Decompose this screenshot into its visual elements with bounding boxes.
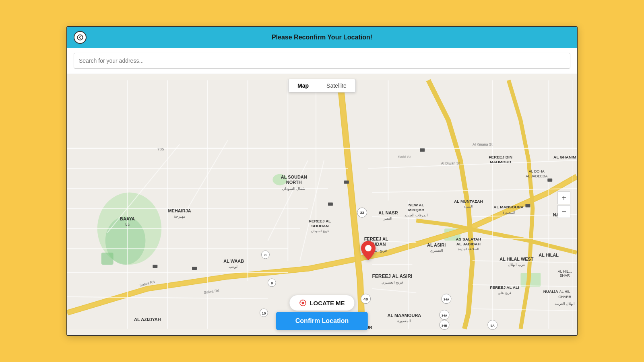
svg-text:AL NASR: AL NASR bbox=[378, 210, 398, 215]
svg-text:AL MAAMOURA: AL MAAMOURA bbox=[387, 313, 421, 318]
svg-text:33: 33 bbox=[360, 211, 364, 215]
svg-text:AL AZIZIYAH: AL AZIZIYAH bbox=[134, 317, 161, 322]
svg-text:NORTH: NORTH bbox=[286, 180, 302, 185]
satellite-toggle-btn[interactable]: Satellite bbox=[318, 79, 355, 92]
svg-text:AL WAAB: AL WAAB bbox=[223, 259, 244, 263]
svg-text:المنصورة: المنصورة bbox=[503, 211, 515, 214]
svg-text:FEREEJ AL: FEREEJ AL bbox=[309, 219, 331, 223]
search-container bbox=[67, 48, 577, 74]
svg-text:الوعب: الوعب bbox=[229, 265, 239, 269]
confirm-location-button[interactable]: Confirm Location bbox=[276, 312, 368, 330]
svg-text:AL MUNTAZAH: AL MUNTAZAH bbox=[454, 199, 483, 204]
svg-text:AL HIL: AL HIL bbox=[559, 290, 570, 294]
svg-text:5A: 5A bbox=[491, 324, 495, 327]
svg-text:AL JADEEDA: AL JADEEDA bbox=[526, 174, 548, 178]
svg-text:AL MANSOURA: AL MANSOURA bbox=[493, 205, 523, 209]
svg-point-128 bbox=[365, 245, 372, 251]
zoom-out-button[interactable]: − bbox=[557, 205, 570, 218]
svg-text:NEW AL: NEW AL bbox=[409, 203, 424, 207]
svg-text:العسيري: العسيري bbox=[430, 249, 443, 253]
zoom-controls: + − bbox=[557, 191, 570, 218]
svg-text:Al Diwan St: Al Diwan St bbox=[441, 161, 460, 165]
svg-text:المعمورة: المعمورة bbox=[397, 319, 411, 323]
svg-text:Sadd St: Sadd St bbox=[398, 155, 411, 159]
map-view-toggle: Map Satellite bbox=[288, 79, 356, 93]
header-title: Please Reconfirm Your Location! bbox=[272, 34, 372, 41]
svg-text:فريح السودان: فريح السودان bbox=[311, 229, 329, 233]
svg-text:MIRQAB: MIRQAB bbox=[408, 208, 424, 212]
svg-text:10: 10 bbox=[262, 311, 266, 315]
svg-text:AL HIL...: AL HIL... bbox=[558, 269, 572, 274]
svg-rect-112 bbox=[328, 203, 333, 206]
svg-text:SHAR: SHAR bbox=[560, 274, 570, 278]
locate-me-button[interactable]: LOCATE ME bbox=[289, 295, 355, 311]
svg-text:MAHMOUD: MAHMOUD bbox=[490, 160, 511, 164]
confirm-location-container: Confirm Location bbox=[276, 312, 368, 330]
locate-icon bbox=[299, 299, 306, 306]
svg-text:FEREEJ AL ASIRI: FEREEJ AL ASIRI bbox=[372, 274, 413, 279]
svg-text:بايا: بايا bbox=[125, 222, 130, 226]
svg-text:AL JADIDAH: AL JADIDAH bbox=[456, 242, 481, 246]
svg-text:AL HILAL WEST: AL HILAL WEST bbox=[500, 257, 533, 261]
svg-text:المنتزه: المنتزه bbox=[464, 205, 473, 208]
svg-rect-113 bbox=[344, 181, 349, 184]
svg-text:785: 785 bbox=[157, 147, 164, 151]
svg-text:MEHAIRJA: MEHAIRJA bbox=[168, 208, 191, 213]
svg-rect-117 bbox=[547, 179, 552, 182]
zoom-in-button[interactable]: + bbox=[557, 191, 570, 204]
svg-point-0 bbox=[77, 35, 83, 40]
svg-point-130 bbox=[301, 302, 304, 304]
svg-text:AL SOUDAN: AL SOUDAN bbox=[281, 175, 307, 179]
svg-text:المرقاب الجديد: المرقاب الجديد bbox=[405, 213, 428, 218]
header: Please Reconfirm Your Location! bbox=[67, 27, 577, 48]
svg-text:Al Kinana St: Al Kinana St bbox=[473, 142, 493, 146]
app-window: Please Reconfirm Your Location! bbox=[66, 26, 578, 336]
svg-text:8: 8 bbox=[264, 253, 266, 257]
svg-text:AL DOHA: AL DOHA bbox=[529, 169, 545, 173]
svg-rect-118 bbox=[525, 204, 530, 208]
svg-text:NUAIJA: NUAIJA bbox=[543, 289, 558, 294]
svg-rect-114 bbox=[420, 148, 425, 152]
svg-text:SOUDAN: SOUDAN bbox=[311, 224, 328, 228]
svg-text:FEREEJ AL ALI: FEREEJ AL ALI bbox=[490, 285, 519, 290]
map-toggle-btn[interactable]: Map bbox=[289, 79, 318, 92]
back-button[interactable] bbox=[74, 31, 87, 44]
svg-text:40: 40 bbox=[363, 297, 368, 301]
svg-text:BAAYA: BAAYA bbox=[120, 216, 135, 221]
svg-text:النصر: النصر bbox=[383, 216, 392, 221]
svg-text:9: 9 bbox=[271, 281, 273, 285]
svg-text:AS SALATAH: AS SALATAH bbox=[456, 237, 481, 241]
svg-text:شمال السودان: شمال السودان bbox=[282, 187, 306, 191]
svg-text:34B: 34B bbox=[442, 324, 448, 327]
locate-me-label: LOCATE ME bbox=[310, 300, 345, 306]
svg-text:الصلاطة الجديدة: الصلاطة الجديدة bbox=[458, 247, 479, 251]
svg-text:مهيرجة: مهيرجة bbox=[174, 214, 185, 219]
svg-text:الهلال الغربية: الهلال الغربية bbox=[555, 302, 575, 306]
map-pin bbox=[361, 241, 376, 262]
svg-text:عرب الهلال: عرب الهلال bbox=[508, 263, 525, 267]
svg-text:AL GHANIM: AL GHANIM bbox=[553, 155, 576, 159]
svg-text:GHARB: GHARB bbox=[558, 295, 571, 299]
map-container: 40 8 9 10 34A 34A 34B 5A 3 bbox=[67, 74, 577, 335]
svg-text:فريح العسيري: فريح العسيري bbox=[382, 280, 403, 285]
search-input[interactable] bbox=[74, 53, 570, 69]
svg-text:AL ASIRI: AL ASIRI bbox=[427, 243, 446, 247]
svg-text:AL HILAL: AL HILAL bbox=[539, 253, 559, 257]
svg-rect-4 bbox=[101, 253, 114, 265]
svg-text:فريح علي: فريح علي bbox=[498, 291, 511, 295]
svg-rect-115 bbox=[192, 267, 197, 270]
svg-rect-116 bbox=[153, 265, 157, 268]
svg-text:34A: 34A bbox=[444, 298, 450, 301]
svg-text:FEREEJ BIN: FEREEJ BIN bbox=[489, 155, 512, 159]
svg-text:34A: 34A bbox=[442, 314, 448, 317]
